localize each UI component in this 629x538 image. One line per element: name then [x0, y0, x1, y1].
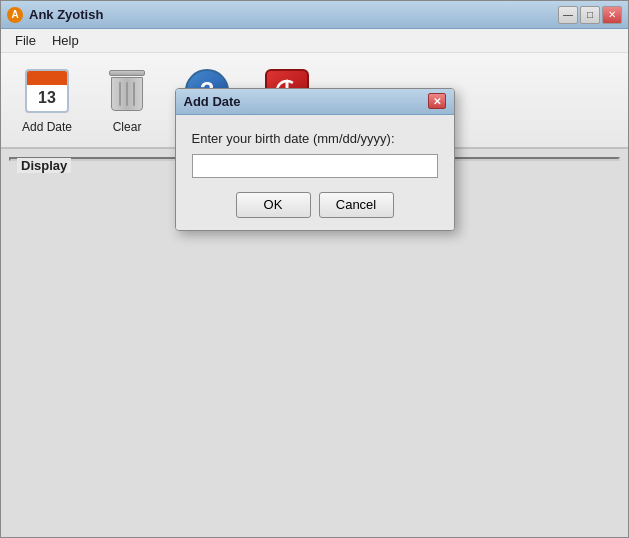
app-icon: A	[7, 7, 23, 23]
display-label: Display	[17, 158, 71, 173]
add-date-label: Add Date	[22, 120, 72, 134]
main-window: A Ank Zyotish — □ ✕ File Help 13 Add Dat…	[0, 0, 629, 538]
dialog-title: Add Date	[184, 94, 241, 109]
window-title: Ank Zyotish	[29, 7, 103, 22]
calendar-icon: 13	[25, 69, 69, 113]
menu-help[interactable]: Help	[44, 31, 87, 50]
display-container: Display Add Date ✕ Enter your birth date…	[1, 149, 628, 537]
maximize-button[interactable]: □	[580, 6, 600, 24]
dialog-close-button[interactable]: ✕	[428, 93, 446, 109]
clear-icon	[102, 66, 152, 116]
minimize-button[interactable]: —	[558, 6, 578, 24]
birth-date-input[interactable]	[192, 154, 438, 178]
display-area: Display Add Date ✕ Enter your birth date…	[9, 157, 620, 161]
close-button[interactable]: ✕	[602, 6, 622, 24]
add-date-icon: 13	[22, 66, 72, 116]
menu-bar: File Help	[1, 29, 628, 53]
calendar-day: 13	[27, 85, 67, 111]
menu-file[interactable]: File	[7, 31, 44, 50]
add-date-dialog: Add Date ✕ Enter your birth date (mm/dd/…	[175, 88, 455, 231]
dialog-buttons: OK Cancel	[192, 192, 438, 218]
dialog-title-bar: Add Date ✕	[176, 89, 454, 115]
title-bar-left: A Ank Zyotish	[7, 7, 103, 23]
ok-button[interactable]: OK	[236, 192, 311, 218]
title-bar: A Ank Zyotish — □ ✕	[1, 1, 628, 29]
add-date-button[interactable]: 13 Add Date	[13, 61, 81, 139]
dialog-prompt: Enter your birth date (mm/dd/yyyy):	[192, 131, 438, 146]
dialog-body: Enter your birth date (mm/dd/yyyy): OK C…	[176, 115, 454, 230]
clear-label: Clear	[113, 120, 142, 134]
cancel-button[interactable]: Cancel	[319, 192, 394, 218]
trash-icon	[107, 70, 147, 112]
clear-button[interactable]: Clear	[93, 61, 161, 139]
window-controls: — □ ✕	[558, 6, 622, 24]
